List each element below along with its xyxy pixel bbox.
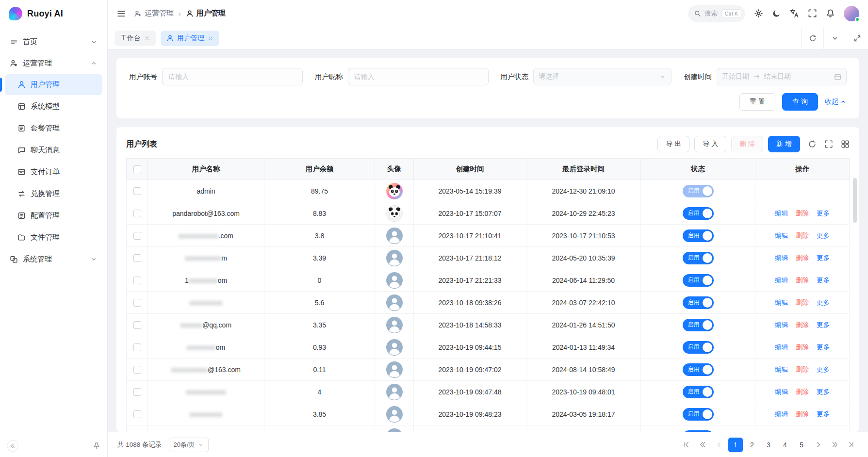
status-toggle[interactable]: 启用 [683, 341, 714, 354]
row-checkbox[interactable] [133, 277, 141, 284]
sidebar-item-exchange-management[interactable]: 兑换管理 [5, 183, 102, 204]
status-toggle[interactable]: 启用 [683, 319, 714, 331]
status-toggle[interactable]: 启用 [683, 430, 714, 432]
app-logo[interactable]: Ruoyi AI [0, 0, 107, 27]
table-scrollbar-thumb[interactable] [853, 178, 857, 223]
row-checkbox[interactable] [133, 210, 141, 217]
status-toggle[interactable]: 启用 [683, 408, 714, 421]
table-scroll-area[interactable]: 用户名称 用户余额 头像 创建时间 最后登录时间 状态 操作 admin 89.… [126, 158, 850, 432]
status-toggle[interactable]: 启用 [683, 363, 714, 376]
more-link[interactable]: 更多 [817, 299, 830, 306]
sidebar-item-payment-orders[interactable]: 支付订单 [5, 162, 102, 182]
breadcrumb-item-operations[interactable]: 运营管理 [134, 9, 174, 18]
next-page-button[interactable] [811, 438, 825, 452]
row-checkbox[interactable] [133, 366, 141, 374]
refresh-page-button[interactable] [801, 27, 823, 49]
page-button-4[interactable]: 4 [778, 438, 792, 452]
fullscreen-icon[interactable] [808, 9, 817, 18]
next-jump-button[interactable] [827, 438, 842, 452]
delete-link[interactable]: 删除 [796, 410, 809, 418]
dark-mode-icon[interactable] [772, 9, 781, 18]
export-button[interactable]: 导 出 [657, 136, 689, 152]
more-link[interactable]: 更多 [817, 210, 830, 217]
close-icon[interactable] [208, 35, 213, 41]
row-checkbox[interactable] [133, 388, 141, 396]
edit-link[interactable]: 编辑 [775, 299, 788, 306]
status-toggle[interactable]: 启用 [683, 274, 714, 287]
row-checkbox[interactable] [133, 299, 141, 307]
pin-icon[interactable] [93, 442, 100, 450]
prev-jump-button[interactable] [695, 438, 710, 452]
page-button-1[interactable]: 1 [728, 438, 743, 452]
page-button-3[interactable]: 3 [761, 438, 776, 452]
more-link[interactable]: 更多 [817, 232, 830, 239]
delete-link[interactable]: 删除 [796, 210, 809, 217]
sidebar-collapse-button[interactable] [7, 440, 18, 452]
global-search[interactable]: 搜索 Ctrl K [688, 5, 746, 22]
date-range-picker[interactable]: 开始日期 结束日期 [717, 68, 847, 85]
sidebar-item-operations[interactable]: 运营管理 [5, 52, 102, 74]
collapse-filter-link[interactable]: 收起 [825, 98, 847, 106]
edit-link[interactable]: 编辑 [775, 388, 788, 395]
last-page-button[interactable] [844, 438, 858, 452]
edit-link[interactable]: 编辑 [775, 366, 788, 373]
menu-toggle-icon[interactable] [116, 9, 126, 18]
status-select[interactable]: 请选择 [533, 68, 671, 85]
page-button-2[interactable]: 2 [745, 438, 759, 452]
edit-link[interactable]: 编辑 [775, 254, 788, 261]
delete-link[interactable]: 删除 [796, 321, 809, 328]
maximize-content-button[interactable] [846, 27, 868, 49]
page-size-select[interactable]: 20条/页 [169, 438, 209, 452]
prev-page-button[interactable] [712, 438, 726, 452]
select-all-checkbox[interactable] [133, 165, 141, 173]
column-settings-icon[interactable] [841, 140, 850, 148]
tab-options-button[interactable] [823, 27, 846, 49]
add-button[interactable]: 新 增 [768, 136, 800, 152]
status-toggle[interactable]: 启用 [683, 386, 714, 398]
sidebar-item-config-management[interactable]: 配置管理 [5, 205, 102, 226]
account-input[interactable] [162, 68, 303, 85]
edit-link[interactable]: 编辑 [775, 210, 788, 217]
language-icon[interactable] [790, 9, 799, 18]
status-toggle[interactable]: 启用 [683, 252, 714, 264]
more-link[interactable]: 更多 [817, 321, 830, 328]
close-icon[interactable] [144, 35, 150, 41]
more-link[interactable]: 更多 [817, 343, 830, 351]
status-toggle[interactable]: 启用 [683, 296, 714, 309]
sidebar-item-file-management[interactable]: 文件管理 [5, 227, 102, 248]
more-link[interactable]: 更多 [817, 366, 830, 373]
delete-link[interactable]: 删除 [796, 277, 809, 284]
reset-button[interactable]: 重 置 [739, 93, 775, 111]
edit-link[interactable]: 编辑 [775, 343, 788, 351]
tab-user-management[interactable]: 用户管理 [161, 31, 219, 46]
delete-link[interactable]: 删除 [796, 343, 809, 351]
row-checkbox[interactable] [133, 321, 141, 329]
more-link[interactable]: 更多 [817, 254, 830, 261]
settings-icon[interactable] [754, 9, 763, 18]
sidebar-item-package-management[interactable]: 套餐管理 [5, 118, 102, 139]
status-toggle[interactable]: 启用 [683, 229, 714, 242]
sidebar-item-system-model[interactable]: 系统模型 [5, 96, 102, 117]
breadcrumb-item-user-management[interactable]: 用户管理 [186, 9, 226, 18]
row-checkbox[interactable] [133, 410, 141, 418]
delete-link[interactable]: 删除 [796, 299, 809, 306]
user-avatar-button[interactable] [844, 6, 859, 21]
delete-link[interactable]: 删除 [796, 232, 809, 239]
row-checkbox[interactable] [133, 254, 141, 262]
edit-link[interactable]: 编辑 [775, 321, 788, 328]
more-link[interactable]: 更多 [817, 410, 830, 418]
row-checkbox[interactable] [133, 343, 141, 351]
nickname-input[interactable] [348, 68, 489, 85]
sidebar-item-home[interactable]: 首页 [5, 31, 102, 52]
sidebar-item-chat-messages[interactable]: 聊天消息 [5, 140, 102, 161]
row-checkbox[interactable] [133, 187, 141, 195]
edit-link[interactable]: 编辑 [775, 410, 788, 418]
notifications-icon[interactable] [826, 9, 835, 18]
sidebar-item-system[interactable]: 系统管理 [5, 248, 102, 270]
row-checkbox[interactable] [133, 232, 141, 240]
delete-link[interactable]: 删除 [796, 254, 809, 261]
import-button[interactable]: 导 入 [694, 136, 726, 152]
more-link[interactable]: 更多 [817, 388, 830, 395]
delete-link[interactable]: 删除 [796, 388, 809, 395]
edit-link[interactable]: 编辑 [775, 232, 788, 239]
